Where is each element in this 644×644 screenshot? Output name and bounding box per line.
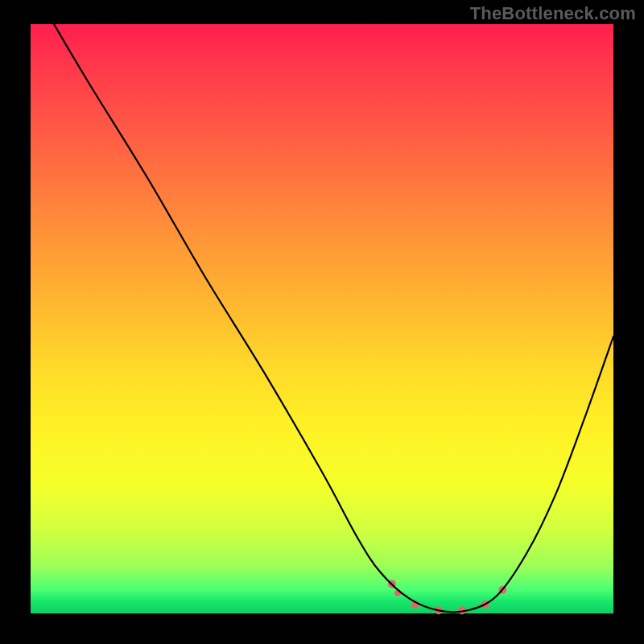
chart-svg [31,24,613,613]
bottleneck-curve [54,24,613,612]
watermark-text: TheBottleneck.com [470,3,636,24]
chart-frame: TheBottleneck.com [0,0,644,644]
plot-area [31,24,613,613]
